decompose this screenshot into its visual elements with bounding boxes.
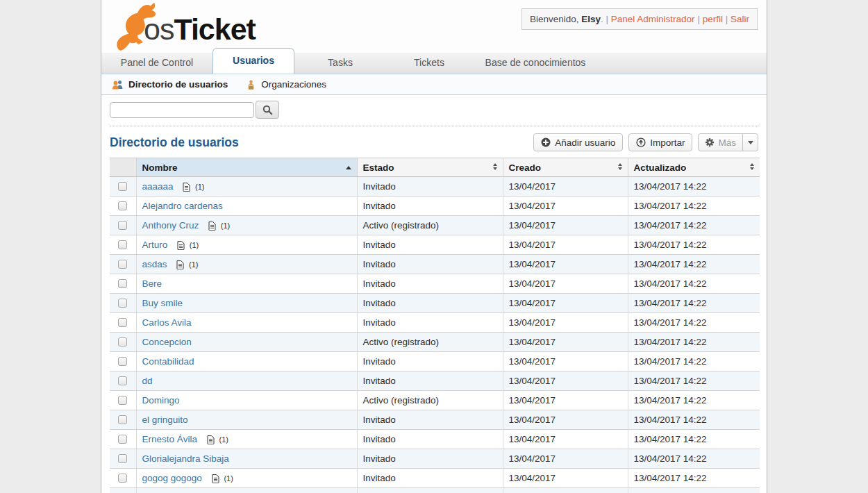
column-header-actualizado[interactable]: Actualizado xyxy=(628,158,760,177)
user-updated: 13/04/2017 14:22 xyxy=(634,395,707,406)
status-cell: Invitado xyxy=(357,449,503,469)
checkbox-cell xyxy=(110,197,136,216)
status-cell: Invitado xyxy=(357,197,503,216)
row-checkbox[interactable] xyxy=(118,435,127,444)
tab-usuarios[interactable]: Usuarios xyxy=(212,48,294,74)
row-checkbox[interactable] xyxy=(118,474,127,483)
user-created: 13/04/2017 xyxy=(509,434,556,444)
add-user-label: Añadir usuario xyxy=(555,137,615,148)
user-name-link[interactable]: Contabilidad xyxy=(142,356,194,367)
created-cell: 13/04/2017 xyxy=(503,255,628,274)
table-row: Glorialejandra Sibaja Invitado 13/04/201… xyxy=(110,449,760,469)
search-input[interactable] xyxy=(110,102,254,118)
logout-link[interactable]: Salir xyxy=(731,14,749,24)
user-name-link[interactable]: Bere xyxy=(142,278,162,289)
user-name-link[interactable]: Glorialejandra Sibaja xyxy=(142,453,229,464)
subnav-item-organizaciones[interactable]: Organizaciones xyxy=(246,79,326,90)
status-cell: Invitado xyxy=(357,235,503,255)
user-name-link[interactable]: Alejandro cardenas xyxy=(142,201,223,211)
row-checkbox[interactable] xyxy=(118,357,127,366)
document-icon xyxy=(207,435,215,444)
user-name-link[interactable]: dd xyxy=(142,376,153,386)
name-cell: Buy smile xyxy=(136,294,357,313)
updated-cell: 13/04/2017 14:22 xyxy=(628,177,760,197)
created-cell: 13/04/2017 xyxy=(503,235,628,255)
more-dropdown-button[interactable] xyxy=(742,134,758,151)
user-created: 13/04/2017 xyxy=(509,220,556,231)
column-label: Actualizado xyxy=(634,162,687,173)
created-cell: 13/04/2017 xyxy=(503,333,628,352)
name-cell: Domingo xyxy=(136,391,357,410)
name-cell: Carlos Avila xyxy=(136,313,357,333)
user-name-link[interactable]: Domingo xyxy=(142,395,180,406)
document-icon xyxy=(176,260,184,269)
page-title: Directorio de usuarios xyxy=(110,135,239,150)
column-header-estado[interactable]: Estado xyxy=(357,158,503,177)
checkbox-cell xyxy=(110,469,136,488)
created-cell: 13/04/2017 xyxy=(503,216,628,235)
welcome-period: . | xyxy=(601,14,608,24)
more-button[interactable]: Más xyxy=(699,134,742,151)
tab-tasks[interactable]: Tasks xyxy=(294,52,386,74)
attachment-indicator: (1) xyxy=(208,220,230,231)
search-icon xyxy=(262,105,273,115)
column-label: Creado xyxy=(509,162,542,173)
admin-panel-link[interactable]: Panel Administrador xyxy=(611,14,695,24)
user-name-link[interactable]: asdas xyxy=(142,259,167,269)
user-directory-table: Nombre Estado Creado Actualizado xyxy=(110,158,760,493)
user-name-link[interactable]: Arturo xyxy=(142,240,168,250)
column-header-creado[interactable]: Creado xyxy=(503,158,628,177)
row-checkbox[interactable] xyxy=(118,240,127,249)
import-button[interactable]: Importar xyxy=(628,133,692,151)
row-checkbox[interactable] xyxy=(118,337,127,346)
row-checkbox[interactable] xyxy=(118,201,127,210)
table-row: dd Invitado 13/04/2017 13/04/2017 14:22 xyxy=(110,371,760,391)
tab-base-de-conocimientos[interactable]: Base de conocimientos xyxy=(472,52,599,74)
status-cell: Invitado xyxy=(357,294,503,313)
user-name-link[interactable]: Ernesto Ávila xyxy=(142,434,198,444)
tab-panel-de-control[interactable]: Panel de Control xyxy=(101,52,212,74)
subnav-label: Organizaciones xyxy=(261,79,326,90)
subnav-item-directorio-de-usuarios[interactable]: Directorio de usuarios xyxy=(112,79,228,90)
user-name-link[interactable]: el gringuito xyxy=(142,415,188,425)
user-name-link[interactable]: Anthony Cruz xyxy=(142,220,199,231)
sort-icon xyxy=(750,163,754,170)
row-checkbox[interactable] xyxy=(118,396,127,405)
row-checkbox[interactable] xyxy=(118,221,127,230)
user-updated: 13/04/2017 14:22 xyxy=(634,317,707,328)
user-name-link[interactable]: Buy smile xyxy=(142,298,183,308)
column-header-nombre[interactable]: Nombre xyxy=(136,158,357,177)
created-cell: 13/04/2017 xyxy=(503,352,628,371)
sort-icon xyxy=(493,163,497,170)
row-checkbox[interactable] xyxy=(118,182,127,191)
user-name-link[interactable]: Carlos Avila xyxy=(142,317,192,328)
created-cell xyxy=(503,488,628,493)
row-checkbox[interactable] xyxy=(118,454,127,463)
row-checkbox[interactable] xyxy=(118,279,127,288)
more-label: Más xyxy=(718,137,736,148)
user-updated: 13/04/2017 14:22 xyxy=(634,376,707,386)
row-checkbox[interactable] xyxy=(118,376,127,385)
select-all-header[interactable] xyxy=(110,158,136,177)
user-name-link[interactable]: Concepcion xyxy=(142,337,192,347)
user-updated: 13/04/2017 14:22 xyxy=(634,220,707,231)
row-checkbox[interactable] xyxy=(118,318,127,327)
tab-tickets[interactable]: Tickets xyxy=(386,52,472,74)
doc-count: (1) xyxy=(195,183,204,191)
osticket-logo[interactable]: osTicket xyxy=(106,1,265,52)
search-button[interactable] xyxy=(256,101,279,119)
updated-cell: 13/04/2017 14:22 xyxy=(628,410,760,430)
profile-link[interactable]: perfil xyxy=(703,14,723,24)
status-cell: Invitado xyxy=(357,469,503,488)
user-name-link[interactable]: gogog gogogo xyxy=(142,473,202,483)
status-cell: Invitado xyxy=(357,352,503,371)
user-status: Activo (registrado) xyxy=(363,220,440,231)
name-cell: el gringuito xyxy=(136,410,357,430)
welcome-separator: | xyxy=(697,14,700,24)
row-checkbox[interactable] xyxy=(118,415,127,424)
status-cell: Activo (registrado) xyxy=(357,333,503,352)
add-user-button[interactable]: Añadir usuario xyxy=(533,133,623,151)
user-name-link[interactable]: aaaaaa xyxy=(142,181,174,192)
row-checkbox[interactable] xyxy=(118,299,127,308)
row-checkbox[interactable] xyxy=(118,260,127,269)
